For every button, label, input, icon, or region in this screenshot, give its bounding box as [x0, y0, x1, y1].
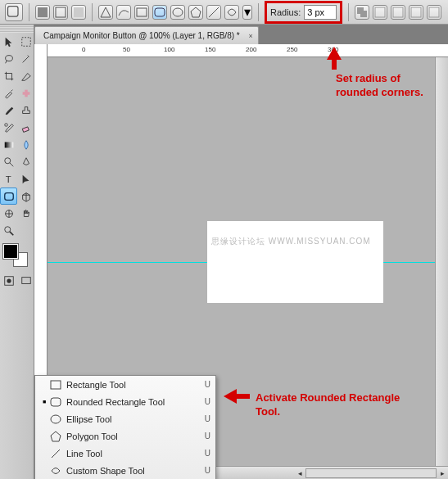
options-bar: ▾ Radius: — [0, 0, 448, 25]
history-brush-tool-icon[interactable] — [0, 119, 17, 136]
mode-shape-icon[interactable] — [35, 5, 50, 20]
color-swatches[interactable] — [3, 244, 28, 267]
empty-slot — [17, 222, 34, 239]
hand-tool-icon[interactable] — [17, 205, 34, 222]
svg-rect-10 — [360, 11, 367, 17]
svg-rect-4 — [137, 8, 147, 16]
flyout-custom-shape[interactable]: Custom Shape Tool U — [35, 462, 215, 479]
mode-pixels-icon[interactable] — [71, 5, 86, 20]
svg-line-8 — [209, 7, 219, 17]
quickmask-icon[interactable] — [0, 272, 17, 289]
annotation-radius-text: Set radius of rounded corners. — [336, 72, 423, 100]
toolbox-grip[interactable] — [0, 25, 34, 33]
crop-tool-icon[interactable] — [0, 67, 17, 84]
rectangle-icon — [48, 379, 63, 391]
combine-subtract-icon[interactable] — [391, 5, 405, 20]
svg-rect-18 — [25, 89, 28, 97]
document-tab[interactable]: Campaign Monitor Button @ 100% (Layer 1,… — [34, 26, 259, 44]
svg-marker-7 — [191, 7, 201, 17]
pen-icon[interactable] — [98, 5, 113, 20]
radius-input[interactable] — [304, 5, 337, 20]
shape-tool-flyout: Rectangle Tool U ■ Rounded Rectangle Too… — [34, 375, 216, 479]
svg-rect-25 — [4, 192, 13, 200]
svg-rect-3 — [74, 7, 84, 17]
toolbox: T — [0, 25, 34, 479]
dodge-tool-icon[interactable] — [0, 153, 17, 170]
slice-tool-icon[interactable] — [17, 67, 34, 84]
svg-rect-5 — [155, 8, 165, 16]
document-tab-title: Campaign Monitor Button @ 100% (Layer 1,… — [43, 31, 240, 40]
ruler-horizontal[interactable]: 0 50 100 150 200 250 300 — [48, 44, 448, 57]
ellipse-icon — [48, 413, 63, 425]
zoom-tool-icon[interactable] — [0, 222, 17, 239]
mode-path-icon[interactable] — [53, 5, 68, 20]
scrollbar-vertical[interactable] — [435, 57, 448, 466]
canvas-document[interactable] — [207, 221, 383, 303]
line-shape-icon[interactable] — [206, 5, 221, 20]
shape-options-dropdown-icon[interactable]: ▾ — [242, 5, 252, 20]
close-icon[interactable]: × — [248, 32, 252, 40]
document-tab-bar: Campaign Monitor Button @ 100% (Layer 1,… — [0, 25, 448, 44]
path-select-tool-icon[interactable] — [17, 170, 34, 188]
svg-rect-1 — [38, 7, 48, 17]
svg-rect-12 — [393, 7, 403, 17]
combine-exclude-icon[interactable] — [427, 5, 441, 20]
custom-shape-small-icon — [48, 465, 63, 477]
rectangle-shape-icon[interactable] — [134, 5, 149, 20]
radius-label: Radius: — [270, 7, 301, 17]
3d-tool-icon[interactable] — [17, 188, 34, 205]
annotation-activate-text: Activate Rounded Rectangle Tool. — [256, 391, 400, 419]
combine-new-icon[interactable] — [355, 5, 369, 20]
radius-option-group: Radius: — [265, 1, 342, 24]
stamp-tool-icon[interactable] — [17, 102, 34, 119]
3d-camera-tool-icon[interactable] — [0, 205, 17, 222]
brush-tool-icon[interactable] — [0, 102, 17, 119]
flyout-rounded-rectangle[interactable]: ■ Rounded Rectangle Tool U — [35, 393, 215, 410]
watermark-text: 思缘设计论坛 WWW.MISSYUAN.COM — [211, 236, 371, 247]
flyout-rectangle[interactable]: Rectangle Tool U — [35, 376, 215, 393]
lasso-tool-icon[interactable] — [0, 50, 17, 67]
svg-line-28 — [9, 231, 12, 234]
wand-tool-icon[interactable] — [17, 50, 34, 67]
scrollbar-horizontal[interactable] — [305, 468, 437, 478]
type-tool-icon[interactable]: T — [0, 170, 17, 188]
svg-point-27 — [4, 226, 10, 232]
gradient-tool-icon[interactable] — [0, 136, 17, 153]
shape-tool-icon[interactable] — [0, 188, 17, 205]
freeform-pen-icon[interactable] — [116, 5, 131, 20]
line-icon — [48, 448, 63, 459]
svg-text:T: T — [5, 174, 11, 184]
screenmode-icon[interactable] — [17, 272, 34, 289]
ellipse-shape-icon[interactable] — [170, 5, 185, 20]
custom-shape-icon[interactable] — [224, 5, 239, 20]
flyout-ellipse[interactable]: Ellipse Tool U — [35, 410, 215, 427]
flyout-polygon[interactable]: Polygon Tool U — [35, 427, 215, 445]
svg-point-22 — [4, 157, 10, 163]
svg-rect-31 — [21, 277, 30, 283]
combine-intersect-icon[interactable] — [409, 5, 423, 20]
svg-rect-15 — [21, 37, 30, 46]
combine-add-icon[interactable] — [373, 5, 387, 20]
move-tool-icon[interactable] — [0, 33, 17, 50]
svg-rect-2 — [56, 7, 66, 17]
svg-rect-33 — [51, 398, 61, 406]
selected-dot-icon: ■ — [40, 399, 48, 404]
svg-point-34 — [51, 415, 61, 423]
polygon-shape-icon[interactable] — [188, 5, 203, 20]
tool-preset-icon[interactable] — [5, 3, 23, 21]
pen-tool-icon[interactable] — [17, 153, 34, 170]
eraser-tool-icon[interactable] — [17, 119, 34, 136]
rounded-rect-shape-icon[interactable] — [152, 5, 167, 20]
foreground-color-swatch[interactable] — [3, 244, 18, 259]
scroll-right-icon[interactable]: ▸ — [437, 469, 448, 477]
heal-tool-icon[interactable] — [17, 84, 34, 102]
eyedropper-tool-icon[interactable] — [0, 84, 17, 102]
svg-point-6 — [173, 8, 183, 16]
svg-rect-13 — [411, 7, 421, 17]
svg-rect-20 — [22, 126, 29, 132]
marquee-tool-icon[interactable] — [17, 33, 34, 50]
svg-marker-35 — [51, 432, 61, 441]
blur-tool-icon[interactable] — [17, 136, 34, 153]
flyout-line[interactable]: Line Tool U — [35, 445, 215, 462]
scroll-left-icon[interactable]: ◂ — [294, 469, 305, 477]
